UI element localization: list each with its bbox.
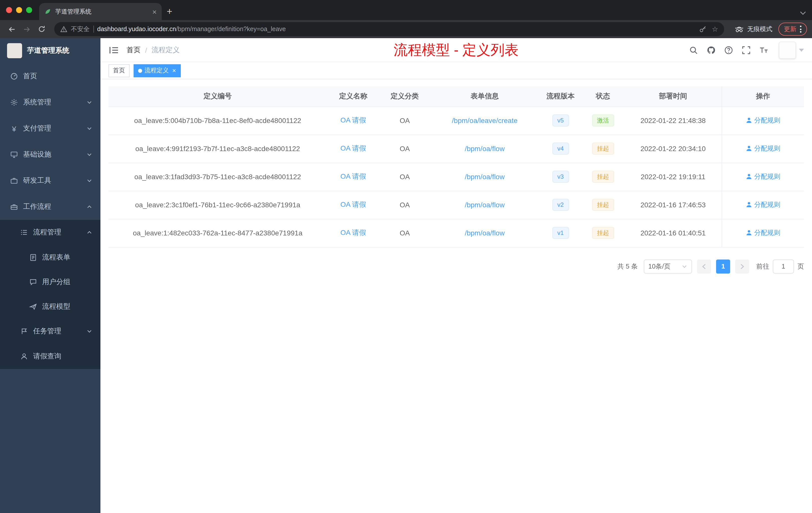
user-menu[interactable]	[779, 41, 804, 58]
tab-close-icon[interactable]: ×	[152, 8, 157, 15]
assign-rule-link[interactable]: 分配规则	[746, 144, 780, 153]
search-icon[interactable]	[689, 46, 698, 55]
chevron-down-icon	[86, 178, 92, 184]
tag-close-icon[interactable]: ×	[172, 67, 176, 74]
favicon-leaf-icon	[44, 8, 51, 15]
minimize-window-button[interactable]	[16, 7, 22, 13]
deploy-time-cell: 2022-01-22 20:34:10	[625, 134, 722, 163]
refresh-icon	[38, 25, 46, 33]
goto-label: 前往	[756, 262, 769, 271]
sidebar-item-dev-tools[interactable]: 研发工具	[0, 168, 100, 194]
definition-name-link[interactable]: OA 请假	[341, 116, 366, 124]
chevron-right-icon	[740, 263, 745, 269]
top-navbar: 首页 / 流程定义 流程模型 - 定义列表	[100, 38, 812, 62]
close-window-button[interactable]	[6, 7, 12, 13]
form-link[interactable]: /bpm/oa/flow	[465, 173, 505, 181]
navbar-actions	[689, 41, 804, 58]
chevron-up-icon	[86, 204, 92, 210]
breadcrumb-current: 流程定义	[152, 46, 180, 55]
url-path: /bpm/manager/definition?key=oa_leave	[176, 26, 286, 33]
tag-home[interactable]: 首页	[109, 64, 129, 77]
update-chrome-button[interactable]: 更新	[778, 23, 807, 36]
chevron-up-icon	[86, 230, 92, 235]
pagination: 共 5 条 10条/页 1 前往 页	[109, 259, 804, 273]
github-icon[interactable]	[706, 46, 716, 55]
page-number-button[interactable]: 1	[716, 259, 730, 273]
back-arrow-icon	[7, 25, 16, 33]
tag-process-definition[interactable]: 流程定义 ×	[134, 64, 180, 77]
url-text[interactable]: dashboard.yudao.iocoder.cn/bpm/manager/d…	[97, 26, 696, 33]
definition-name-link[interactable]: OA 请假	[341, 229, 366, 236]
sidebar-item-infrastructure[interactable]: 基础设施	[0, 142, 100, 168]
deploy-time-cell: 2022-01-16 01:40:51	[625, 219, 722, 247]
forward-button[interactable]	[20, 23, 33, 36]
refresh-button[interactable]	[35, 23, 48, 36]
fullscreen-icon[interactable]	[742, 46, 751, 55]
assign-rule-label: 分配规则	[754, 144, 780, 153]
column-header: 部署时间	[625, 86, 722, 107]
page-size-select[interactable]: 10条/页	[644, 259, 692, 273]
category-cell: OA	[380, 191, 430, 219]
form-link[interactable]: /bpm/oa/flow	[465, 201, 505, 209]
breadcrumb-home[interactable]: 首页	[126, 46, 141, 55]
column-header: 表单信息	[430, 86, 540, 107]
menu-label: 流程模型	[42, 302, 92, 311]
table-row: oa_leave:3:1fad3d93-7b75-11ec-a3c8-acde4…	[109, 163, 804, 191]
status-badge: 挂起	[592, 171, 614, 183]
definition-name-link[interactable]: OA 请假	[341, 144, 366, 152]
definition-name-link[interactable]: OA 请假	[341, 200, 366, 208]
browser-toolbar: 不安全 dashboard.yudao.iocoder.cn/bpm/manag…	[0, 20, 812, 38]
deploy-time-cell: 2022-01-22 21:48:38	[625, 107, 722, 134]
sidebar-item-process-model[interactable]: 流程模型	[0, 294, 100, 319]
app-logo[interactable]: 芋道管理系统	[0, 38, 100, 63]
prev-page-button[interactable]	[697, 259, 711, 273]
version-badge: v3	[552, 171, 569, 183]
flag-icon	[20, 327, 28, 335]
help-icon[interactable]	[724, 46, 733, 55]
paper-plane-icon	[29, 302, 37, 310]
assign-rule-label: 分配规则	[754, 200, 780, 209]
browser-menu-icon[interactable]	[800, 26, 802, 33]
sidebar-item-home[interactable]: 首页	[0, 63, 100, 89]
status-badge: 挂起	[592, 227, 614, 239]
sidebar-item-workflow[interactable]: 工作流程	[0, 194, 100, 220]
form-link[interactable]: /bpm/oa/flow	[465, 229, 505, 237]
hamburger-icon[interactable]	[109, 44, 119, 56]
tab-title: 芋道管理系统	[55, 7, 148, 16]
assign-rule-link[interactable]: 分配规则	[746, 172, 780, 181]
window-controls	[0, 0, 39, 20]
address-bar[interactable]: 不安全 dashboard.yudao.iocoder.cn/bpm/manag…	[54, 22, 724, 36]
tab-search-chevron-icon[interactable]	[800, 11, 806, 15]
sidebar-item-process-form[interactable]: 流程表单	[0, 245, 100, 270]
back-button[interactable]	[5, 23, 18, 36]
bookmark-star-icon[interactable]: ☆	[712, 25, 718, 33]
avatar[interactable]	[779, 41, 796, 58]
goto-page-input[interactable]	[773, 259, 794, 273]
security-label[interactable]: 不安全	[71, 25, 90, 33]
assign-rule-link[interactable]: 分配规则	[746, 229, 780, 237]
workflow-submenu: 流程管理 流程表单 用户分组 流程模型	[0, 220, 100, 369]
font-size-icon[interactable]	[759, 46, 768, 55]
sidebar-item-task-mgmt[interactable]: 任务管理	[0, 319, 100, 344]
zoom-window-button[interactable]	[26, 7, 32, 13]
column-header: 操作	[722, 86, 804, 107]
version-badge: v4	[552, 143, 569, 155]
menu-label: 请假查询	[33, 352, 92, 361]
definition-name-link[interactable]: OA 请假	[341, 172, 366, 180]
assign-rule-link[interactable]: 分配规则	[746, 116, 780, 125]
next-page-button[interactable]	[735, 259, 749, 273]
sidebar-item-payment-mgmt[interactable]: ¥ 支付管理	[0, 116, 100, 142]
form-link[interactable]: /bpm/oa/leave/create	[452, 117, 518, 124]
forward-arrow-icon	[22, 25, 31, 33]
sidebar-item-process-mgmt[interactable]: 流程管理	[0, 220, 100, 245]
sidebar-item-leave-query[interactable]: 请假查询	[0, 344, 100, 369]
browser-tab[interactable]: 芋道管理系统 ×	[39, 3, 162, 20]
form-link[interactable]: /bpm/oa/flow	[465, 145, 505, 153]
new-tab-button[interactable]: +	[167, 6, 172, 17]
column-header: 状态	[581, 86, 625, 107]
sidebar-item-user-group[interactable]: 用户分组	[0, 270, 100, 294]
assign-rule-link[interactable]: 分配规则	[746, 200, 780, 209]
assign-rule-label: 分配规则	[754, 116, 780, 125]
password-key-icon[interactable]	[699, 25, 707, 33]
sidebar-item-system-mgmt[interactable]: 系统管理	[0, 89, 100, 116]
